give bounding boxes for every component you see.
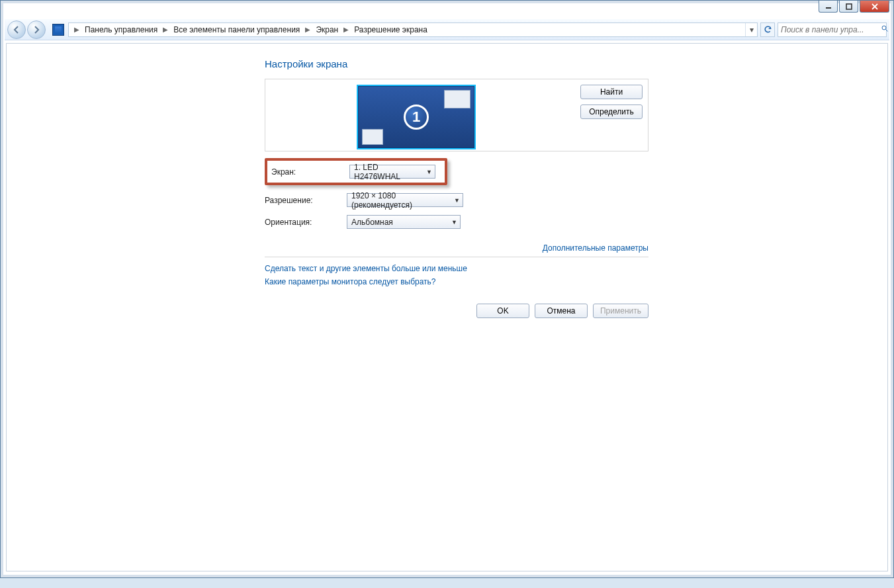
chevron-right-icon: ▶: [70, 26, 83, 33]
back-button[interactable]: [7, 21, 26, 39]
helper-links: Сделать текст и другие элементы больше и…: [265, 264, 648, 286]
chevron-down-icon: ▼: [447, 219, 457, 226]
resolution-dropdown[interactable]: 1920 × 1080 (рекомендуется) ▼: [347, 193, 463, 207]
advanced-settings-link[interactable]: Дополнительные параметры: [543, 243, 648, 253]
text-size-link[interactable]: Сделать текст и другие элементы больше и…: [265, 264, 648, 273]
chevron-right-icon: ▶: [159, 26, 172, 33]
breadcrumb-dropdown[interactable]: ▾: [745, 23, 757, 36]
page-title: Настройки экрана: [265, 58, 648, 69]
refresh-button[interactable]: [760, 22, 775, 37]
breadcrumb-item[interactable]: Разрешение экрана: [353, 25, 429, 34]
breadcrumb-item[interactable]: Все элементы панели управления: [172, 25, 301, 34]
maximize-button[interactable]: [839, 1, 858, 13]
nav-buttons: [7, 21, 46, 39]
monitor-thumbnail[interactable]: 1: [357, 85, 476, 149]
breadcrumb-item[interactable]: Экран: [314, 25, 339, 34]
dialog-action-row: OK Отмена Применить: [265, 304, 648, 318]
monitor-number-badge: 1: [404, 105, 429, 130]
orientation-dropdown[interactable]: Альбомная ▼: [347, 215, 461, 229]
cancel-button[interactable]: Отмена: [535, 304, 588, 318]
preview-button-group: Найти Определить: [580, 85, 643, 119]
close-button[interactable]: [860, 1, 889, 13]
ok-button[interactable]: OK: [476, 304, 529, 318]
search-input[interactable]: [781, 25, 881, 34]
resolution-label: Разрешение:: [265, 196, 347, 205]
forward-button[interactable]: [27, 21, 46, 39]
breadcrumb-item[interactable]: Панель управления: [83, 25, 159, 34]
find-button[interactable]: Найти: [580, 85, 643, 99]
identify-button[interactable]: Определить: [580, 105, 643, 119]
screen-value: 1. LED H2476WHAL: [354, 163, 422, 181]
window-controls: [819, 1, 889, 13]
svg-point-4: [882, 26, 886, 30]
control-panel-icon: [52, 24, 64, 36]
apply-button[interactable]: Применить: [593, 304, 648, 318]
monitor-help-link[interactable]: Какие параметры монитора следует выбрать…: [265, 277, 648, 286]
window-frame: ▶ Панель управления ▶ Все элементы панел…: [0, 0, 894, 578]
window-thumb-icon: [444, 90, 470, 108]
chevron-right-icon: ▶: [339, 26, 353, 33]
search-box[interactable]: [778, 22, 887, 37]
address-bar: ▶ Панель управления ▶ Все элементы панел…: [5, 19, 889, 40]
divider: [265, 257, 648, 257]
orientation-value: Альбомная: [351, 218, 393, 227]
chevron-right-icon: ▶: [301, 26, 314, 33]
chevron-down-icon: ▼: [422, 169, 432, 175]
orientation-row: Ориентация: Альбомная ▼: [265, 215, 648, 229]
resolution-value: 1920 × 1080 (рекомендуется): [351, 191, 450, 210]
orientation-label: Ориентация:: [265, 218, 347, 227]
screen-row-highlight: Экран: 1. LED H2476WHAL ▼: [265, 158, 447, 185]
breadcrumb: ▶ Панель управления ▶ Все элементы панел…: [68, 22, 758, 37]
screen-dropdown[interactable]: 1. LED H2476WHAL ▼: [349, 165, 435, 179]
svg-line-5: [886, 30, 888, 32]
content-area: Настройки экрана 1 Найти Определить Экра…: [6, 43, 888, 571]
svg-rect-1: [846, 4, 852, 9]
monitor-preview-box: 1 Найти Определить: [265, 79, 648, 151]
advanced-link-row: Дополнительные параметры: [265, 243, 648, 253]
resolution-row: Разрешение: 1920 × 1080 (рекомендуется) …: [265, 193, 648, 207]
chevron-down-icon: ▼: [450, 197, 460, 204]
settings-panel: Настройки экрана 1 Найти Определить Экра…: [265, 58, 648, 318]
window-thumb-icon: [362, 129, 383, 145]
screen-label: Экран:: [271, 167, 349, 177]
minimize-button[interactable]: [819, 1, 838, 13]
search-icon[interactable]: [881, 24, 889, 34]
